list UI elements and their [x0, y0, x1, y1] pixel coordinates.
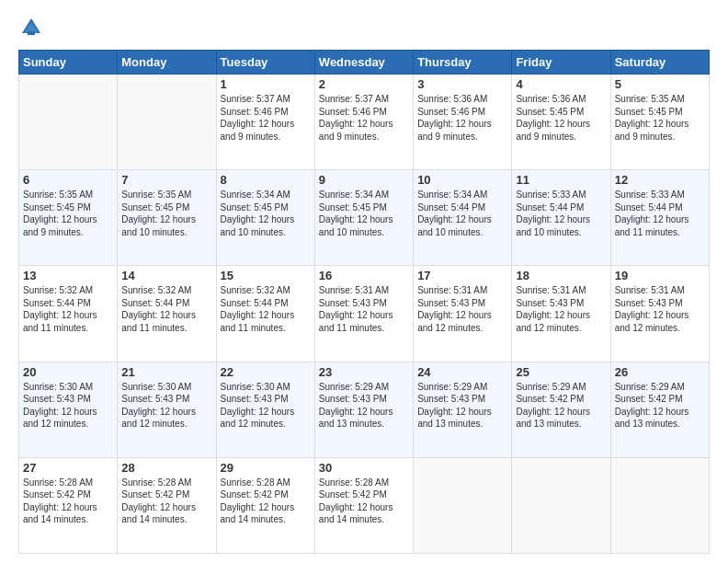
calendar-cell: 24Sunrise: 5:29 AMSunset: 5:43 PMDayligh… — [414, 362, 512, 457]
cell-info-line: Daylight: 12 hours — [516, 213, 606, 226]
calendar-cell: 7Sunrise: 5:35 AMSunset: 5:45 PMDaylight… — [118, 170, 216, 266]
cell-info-line: Sunrise: 5:34 AM — [319, 189, 409, 201]
day-number: 10 — [417, 173, 507, 187]
cell-info-line: Daylight: 12 hours — [221, 118, 311, 131]
calendar-cell: 12Sunrise: 5:33 AMSunset: 5:44 PMDayligh… — [610, 170, 709, 266]
weekday-header-saturday: Saturday — [610, 51, 709, 75]
cell-info-line: and 11 minutes. — [121, 322, 211, 335]
calendar-cell: 5Sunrise: 5:35 AMSunset: 5:45 PMDaylight… — [610, 75, 709, 170]
calendar-cell: 20Sunrise: 5:30 AMSunset: 5:43 PMDayligh… — [19, 362, 118, 457]
calendar-cell: 23Sunrise: 5:29 AMSunset: 5:43 PMDayligh… — [314, 362, 413, 457]
cell-info-line: Daylight: 12 hours — [221, 213, 311, 226]
weekday-header-tuesday: Tuesday — [216, 51, 314, 75]
cell-info-line: Sunset: 5:44 PM — [417, 201, 507, 214]
cell-info-line: Sunset: 5:44 PM — [121, 297, 211, 310]
calendar-cell: 3Sunrise: 5:36 AMSunset: 5:46 PMDaylight… — [414, 75, 512, 170]
cell-info-line: Daylight: 12 hours — [23, 406, 113, 419]
cell-info-line: Sunset: 5:46 PM — [221, 106, 311, 119]
calendar-cell: 14Sunrise: 5:32 AMSunset: 5:44 PMDayligh… — [118, 266, 216, 362]
day-number: 4 — [516, 77, 606, 91]
calendar-cell: 29Sunrise: 5:28 AMSunset: 5:42 PMDayligh… — [216, 457, 314, 553]
calendar-cell — [19, 75, 118, 170]
cell-info-line: Sunrise: 5:31 AM — [516, 284, 606, 297]
calendar-cell: 8Sunrise: 5:34 AMSunset: 5:45 PMDaylight… — [216, 170, 314, 266]
day-number: 5 — [615, 77, 705, 91]
cell-info-line: Sunset: 5:42 PM — [23, 488, 113, 501]
calendar-cell: 1Sunrise: 5:37 AMSunset: 5:46 PMDaylight… — [216, 75, 314, 170]
cell-info-line: Sunset: 5:42 PM — [319, 488, 409, 501]
logo — [18, 15, 48, 40]
weekday-header-monday: Monday — [118, 51, 216, 75]
cell-info-line: Daylight: 12 hours — [23, 309, 113, 322]
calendar-table: SundayMondayTuesdayWednesdayThursdayFrid… — [18, 50, 710, 554]
day-number: 29 — [221, 461, 311, 475]
calendar-cell: 11Sunrise: 5:33 AMSunset: 5:44 PMDayligh… — [512, 170, 610, 266]
cell-info-line: Sunset: 5:43 PM — [417, 297, 507, 310]
day-number: 26 — [615, 365, 705, 379]
cell-info-line: and 12 minutes. — [221, 418, 311, 431]
cell-info-line: and 10 minutes. — [221, 226, 311, 239]
calendar-cell: 26Sunrise: 5:29 AMSunset: 5:42 PMDayligh… — [610, 362, 709, 457]
cell-info-line: and 10 minutes. — [121, 226, 211, 239]
cell-info-line: and 10 minutes. — [516, 226, 606, 239]
day-number: 16 — [319, 269, 409, 282]
cell-info-line: Daylight: 12 hours — [417, 118, 507, 131]
cell-info-line: Daylight: 12 hours — [319, 501, 409, 514]
cell-info-line: and 12 minutes. — [23, 418, 113, 431]
calendar-cell: 6Sunrise: 5:35 AMSunset: 5:45 PMDaylight… — [19, 170, 118, 266]
cell-info-line: Sunrise: 5:34 AM — [221, 189, 311, 201]
cell-info-line: and 11 minutes. — [319, 322, 409, 335]
day-number: 6 — [23, 173, 113, 187]
cell-info-line: Daylight: 12 hours — [615, 406, 705, 419]
cell-info-line: and 13 minutes. — [615, 418, 705, 431]
cell-info-line: Sunset: 5:43 PM — [615, 297, 705, 310]
day-number: 15 — [221, 269, 311, 282]
cell-info-line: Sunrise: 5:28 AM — [319, 477, 409, 489]
calendar-cell: 28Sunrise: 5:28 AMSunset: 5:42 PMDayligh… — [118, 457, 216, 553]
calendar-cell: 25Sunrise: 5:29 AMSunset: 5:42 PMDayligh… — [512, 362, 610, 457]
cell-info-line: Sunset: 5:42 PM — [221, 488, 311, 501]
cell-info-line: Sunrise: 5:29 AM — [516, 381, 606, 394]
day-number: 20 — [23, 365, 113, 379]
cell-info-line: and 9 minutes. — [516, 131, 606, 144]
cell-info-line: and 12 minutes. — [615, 322, 705, 335]
cell-info-line: and 14 minutes. — [319, 513, 409, 526]
calendar-cell: 22Sunrise: 5:30 AMSunset: 5:43 PMDayligh… — [216, 362, 314, 457]
week-row-1: 1Sunrise: 5:37 AMSunset: 5:46 PMDaylight… — [19, 75, 710, 170]
calendar-cell — [118, 75, 216, 170]
calendar-cell: 4Sunrise: 5:36 AMSunset: 5:45 PMDaylight… — [512, 75, 610, 170]
calendar-cell: 21Sunrise: 5:30 AMSunset: 5:43 PMDayligh… — [118, 362, 216, 457]
cell-info-line: Sunrise: 5:31 AM — [319, 284, 409, 297]
day-number: 9 — [319, 173, 409, 187]
day-number: 28 — [121, 461, 211, 475]
day-number: 27 — [23, 461, 113, 475]
cell-info-line: and 11 minutes. — [615, 226, 705, 239]
cell-info-line: Daylight: 12 hours — [23, 213, 113, 226]
cell-info-line: Sunset: 5:42 PM — [516, 393, 606, 406]
cell-info-line: Sunrise: 5:35 AM — [121, 189, 211, 201]
cell-info-line: and 9 minutes. — [319, 131, 409, 144]
cell-info-line: and 9 minutes. — [417, 131, 507, 144]
cell-info-line: Sunrise: 5:30 AM — [221, 381, 311, 394]
cell-info-line: Daylight: 12 hours — [121, 213, 211, 226]
calendar-cell: 9Sunrise: 5:34 AMSunset: 5:45 PMDaylight… — [314, 170, 413, 266]
day-number: 22 — [221, 365, 311, 379]
calendar-cell — [610, 457, 709, 553]
cell-info-line: and 11 minutes. — [23, 322, 113, 335]
weekday-header-wednesday: Wednesday — [314, 51, 413, 75]
logo-icon — [18, 15, 44, 40]
cell-info-line: Sunset: 5:43 PM — [417, 393, 507, 406]
cell-info-line: and 12 minutes. — [516, 322, 606, 335]
cell-info-line: Daylight: 12 hours — [121, 501, 211, 514]
cell-info-line: Sunrise: 5:33 AM — [516, 189, 606, 201]
cell-info-line: Daylight: 12 hours — [417, 213, 507, 226]
day-number: 24 — [417, 365, 507, 379]
cell-info-line: Sunrise: 5:36 AM — [516, 93, 606, 106]
cell-info-line: and 9 minutes. — [615, 131, 705, 144]
cell-info-line: Sunset: 5:46 PM — [319, 106, 409, 119]
calendar-cell: 19Sunrise: 5:31 AMSunset: 5:43 PMDayligh… — [610, 266, 709, 362]
cell-info-line: Sunset: 5:42 PM — [615, 393, 705, 406]
cell-info-line: Sunrise: 5:31 AM — [615, 284, 705, 297]
cell-info-line: Sunset: 5:43 PM — [121, 393, 211, 406]
day-number: 18 — [516, 269, 606, 282]
